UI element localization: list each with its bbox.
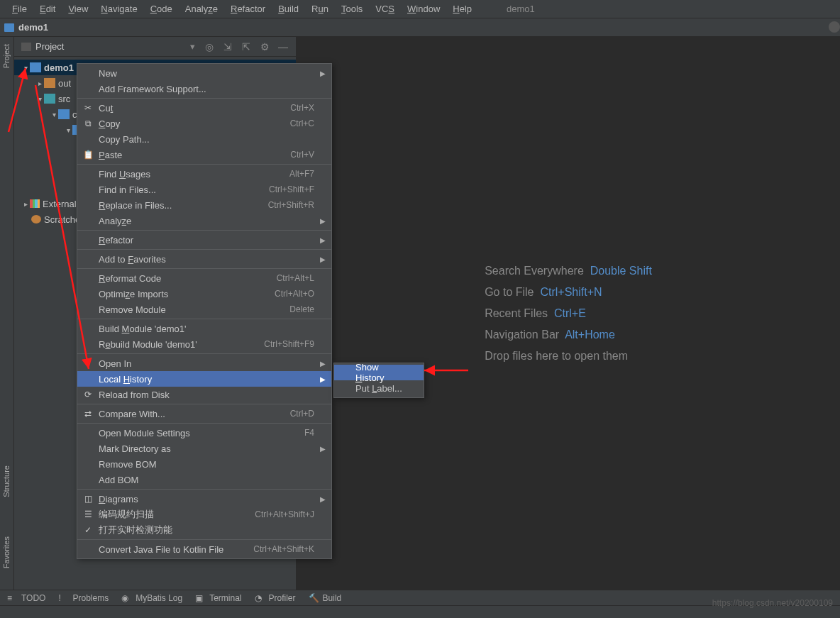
toolwindow-icon: ◔ [255,593,265,603]
menu-build[interactable]: Build [272,1,305,17]
menu-item-open-module-settings[interactable]: Open Module SettingsF4 [77,425,331,441]
toolwindow-label: Build [323,593,342,603]
settings-icon[interactable]: ⚙ [259,41,270,53]
chevron-down-icon[interactable]: ▾ [190,41,195,52]
menu-help[interactable]: Help [446,1,478,17]
menu-item-add-framework-support[interactable]: Add Framework Support... [77,81,331,96]
menu-separator [77,164,331,165]
tree-label: Scratche [44,214,80,225]
chevron-down-icon[interactable]: ▾ [64,126,72,134]
menu-item-icon: ✓ [83,525,93,535]
chevron-right-icon[interactable]: ▸ [21,200,30,208]
gutter-favorites[interactable]: Favorites [2,536,11,568]
chevron-down-icon[interactable]: ▾ [21,64,30,72]
menu-item-[interactable]: ☰编码规约扫描Ctrl+Alt+Shift+J [77,507,331,522]
menu-vcs[interactable]: VCS [369,1,401,17]
menu-item-label: Convert Java File to Kotlin File [99,544,253,555]
toolwindow-icon: 🔨 [309,593,319,603]
menu-analyze[interactable]: Analyze [179,1,224,17]
scratches-icon [31,215,41,224]
menu-item-shortcut: Ctrl+Shift+F9 [264,339,314,349]
submenu-arrow-icon: ▶ [320,70,326,77]
menu-item-remove-module[interactable]: Remove ModuleDelete [77,302,331,317]
menu-item-reload-from-disk[interactable]: ⟳Reload from Disk [77,387,331,402]
toolwindow-build[interactable]: 🔨Build [309,593,342,603]
menu-item-copy[interactable]: ⧉CopyCtrl+C [77,116,331,131]
submenu-arrow-icon: ▶ [320,236,326,244]
breadcrumb-project[interactable]: demo1 [18,22,48,33]
menu-item-replace-in-files[interactable]: Replace in Files...Ctrl+Shift+R [77,197,331,213]
menu-item-reformat-code[interactable]: Reformat CodeCtrl+Alt+L [77,270,331,286]
submenu-arrow-icon: ▶ [320,445,326,453]
toolwindow-mybatis-log[interactable]: ◉MyBatis Log [121,593,182,603]
menu-item-icon: ☰ [83,509,93,519]
expand-icon[interactable]: ⇲ [222,41,233,53]
menu-separator [77,249,331,250]
menu-item-optimize-imports[interactable]: Optimize ImportsCtrl+Alt+O [77,286,331,302]
menu-view[interactable]: View [62,1,94,17]
gutter-structure[interactable]: Structure [2,465,11,497]
menu-item-label: Add to Favorites [99,254,314,265]
collapse-icon[interactable]: ⇱ [241,41,252,53]
chevron-down-icon[interactable]: ▾ [35,95,44,103]
project-panel-title[interactable]: Project [35,41,190,52]
gutter-project[interactable]: Project [2,44,11,68]
source-folder-icon [44,94,55,104]
project-icon [21,43,31,51]
menu-item-paste[interactable]: 📋PasteCtrl+V [77,147,331,162]
menu-separator [77,404,331,404]
chevron-right-icon[interactable]: ▸ [35,79,44,87]
hide-icon[interactable]: — [277,41,289,53]
menu-edit[interactable]: Edit [33,1,62,17]
menu-refactor[interactable]: Refactor [224,1,272,17]
menu-file[interactable]: File [6,1,33,17]
menu-item-build-module-demo1[interactable]: Build Module 'demo1' [77,321,331,336]
menu-item-analyze[interactable]: Analyze▶ [77,213,331,228]
menu-separator [77,268,331,269]
menu-item-[interactable]: ✓打开实时检测功能 [77,522,331,538]
menu-item-local-history[interactable]: Local History▶ [77,371,331,387]
context-menu: New▶Add Framework Support...✂CutCtrl+X⧉C… [77,63,332,559]
menu-item-open-in[interactable]: Open In▶ [77,355,331,371]
editor-empty-state: Search Everywhere Double Shift Go to Fil… [297,37,840,590]
menu-item-put-label[interactable]: Put Label... [334,380,424,396]
menu-item-rebuild-module-demo1[interactable]: Rebuild Module 'demo1'Ctrl+Shift+F9 [77,336,331,352]
menu-item-refactor[interactable]: Refactor▶ [77,232,331,248]
menu-item-label: Build Module 'demo1' [99,324,314,334]
menu-item-convert-java-file-to-kotlin-file[interactable]: Convert Java File to Kotlin FileCtrl+Alt… [77,541,331,557]
locate-icon[interactable]: ◎ [204,41,215,53]
menu-item-compare-with[interactable]: ⇄Compare With...Ctrl+D [77,406,331,421]
project-panel-header: Project ▾ ◎ ⇲ ⇱ ⚙ — [14,37,296,57]
avatar[interactable] [829,21,840,33]
menu-item-cut[interactable]: ✂CutCtrl+X [77,100,331,116]
toolwindow-label: Problems [72,593,109,603]
tree-label: out [58,78,71,89]
menu-run[interactable]: Run [305,1,335,17]
toolwindow-icon: ▣ [195,593,205,603]
menu-item-show-history[interactable]: Show History [334,365,424,380]
menu-item-diagrams[interactable]: ◫Diagrams▶ [77,491,331,507]
menu-item-copy-path[interactable]: Copy Path... [77,131,331,147]
menu-item-shortcut: Ctrl+X [290,103,314,113]
menu-navigate[interactable]: Navigate [94,1,143,17]
menu-tools[interactable]: Tools [335,1,369,17]
toolwindow-profiler[interactable]: ◔Profiler [255,593,296,603]
menu-code[interactable]: Code [144,1,179,17]
menu-item-add-bom[interactable]: Add BOM [77,472,331,487]
menu-item-label: Optimize Imports [99,289,275,299]
menu-item-label: Remove BOM [99,459,314,470]
menu-item-find-in-files[interactable]: Find in Files...Ctrl+Shift+F [77,182,331,197]
menu-item-label: Paste [99,150,290,160]
menu-separator [77,319,331,319]
menu-item-mark-directory-as[interactable]: Mark Directory as▶ [77,441,331,456]
toolwindow-problems[interactable]: !Problems [58,593,109,603]
menu-window[interactable]: Window [401,1,446,17]
menu-item-remove-bom[interactable]: Remove BOM [77,456,331,472]
toolwindow-terminal[interactable]: ▣Terminal [195,593,241,603]
menu-item-find-usages[interactable]: Find UsagesAlt+F7 [77,166,331,182]
chevron-down-icon[interactable]: ▾ [50,111,58,118]
hint-shortcut: Alt+Home [565,329,615,341]
menu-item-add-to-favorites[interactable]: Add to Favorites▶ [77,251,331,267]
menu-item-new[interactable]: New▶ [77,65,331,81]
toolwindow-todo[interactable]: ≡TODO [7,593,45,603]
